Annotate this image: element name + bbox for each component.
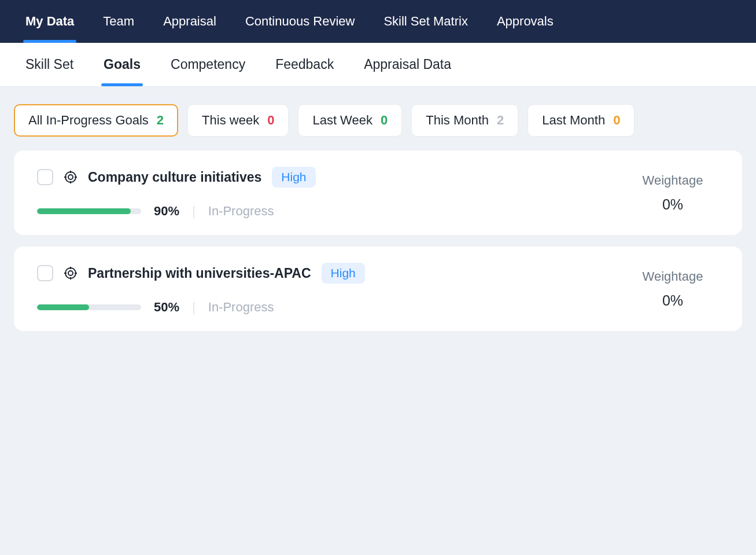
goal-title: Company culture initiatives [88, 170, 261, 185]
svg-point-7 [68, 271, 73, 275]
filter-this-month[interactable]: This Month 2 [411, 104, 518, 137]
filter-all-in-progress[interactable]: All In-Progress Goals 2 [14, 104, 178, 137]
goal-status: In-Progress [208, 300, 274, 315]
weightage-label: Weightage [643, 269, 703, 284]
filter-label: Last Month [542, 113, 605, 128]
goal-card[interactable]: Partnership with universities-APAC High … [14, 247, 742, 331]
filter-last-week[interactable]: Last Week 0 [298, 104, 402, 137]
weightage-value: 0% [662, 196, 683, 213]
divider: | [192, 204, 196, 219]
goal-card-left: Partnership with universities-APAC High … [37, 263, 626, 315]
goal-header: Partnership with universities-APAC High [37, 263, 626, 284]
filter-count: 0 [381, 113, 388, 128]
target-icon [64, 266, 78, 280]
progress-percent: 50% [154, 300, 179, 315]
filter-last-month[interactable]: Last Month 0 [528, 104, 635, 137]
progress-fill [37, 304, 89, 310]
svg-point-1 [68, 175, 73, 179]
filter-row: All In-Progress Goals 2 This week 0 Last… [0, 87, 756, 150]
goal-status: In-Progress [208, 204, 274, 219]
top-nav-approvals[interactable]: Approvals [497, 0, 554, 43]
divider: | [192, 300, 196, 315]
goal-card-right: Weightage 0% [626, 173, 719, 213]
goal-card-left: Company culture initiatives High 90% | I… [37, 167, 626, 219]
target-icon [64, 170, 78, 184]
filter-label: Last Week [312, 113, 373, 128]
top-nav-skill-set-matrix[interactable]: Skill Set Matrix [383, 0, 467, 43]
top-nav-team[interactable]: Team [103, 0, 134, 43]
goal-progress-row: 90% | In-Progress [37, 204, 626, 219]
filter-label: This Month [426, 113, 489, 128]
priority-badge: High [322, 263, 365, 284]
goal-title: Partnership with universities-APAC [88, 266, 311, 281]
weightage-value: 0% [662, 292, 683, 309]
filter-label: All In-Progress Goals [28, 113, 149, 128]
progress-bar [37, 304, 141, 310]
goal-checkbox[interactable] [37, 265, 53, 281]
goal-header: Company culture initiatives High [37, 167, 626, 188]
filter-label: This week [202, 113, 259, 128]
top-nav-continuous-review[interactable]: Continuous Review [245, 0, 355, 43]
filter-count: 2 [157, 113, 164, 128]
sub-nav-goals[interactable]: Goals [104, 43, 141, 86]
svg-point-6 [65, 268, 76, 278]
progress-percent: 90% [154, 204, 179, 219]
goal-progress-row: 50% | In-Progress [37, 300, 626, 315]
filter-count: 0 [613, 113, 620, 128]
weightage-label: Weightage [643, 173, 703, 188]
goal-card-right: Weightage 0% [626, 269, 719, 309]
top-nav-my-data[interactable]: My Data [25, 0, 74, 43]
sub-nav-appraisal-data[interactable]: Appraisal Data [364, 43, 451, 86]
goal-checkbox[interactable] [37, 169, 53, 185]
filter-this-week[interactable]: This week 0 [187, 104, 289, 137]
sub-nav: Skill Set Goals Competency Feedback Appr… [0, 43, 756, 87]
sub-nav-feedback[interactable]: Feedback [275, 43, 334, 86]
sub-nav-competency[interactable]: Competency [171, 43, 245, 86]
filter-count: 0 [267, 113, 274, 128]
progress-bar [37, 208, 141, 214]
progress-fill [37, 208, 131, 214]
top-nav: My Data Team Appraisal Continuous Review… [0, 0, 756, 43]
priority-badge: High [272, 167, 315, 188]
goal-card[interactable]: Company culture initiatives High 90% | I… [14, 150, 742, 235]
svg-point-0 [65, 172, 76, 182]
goals-list: Company culture initiatives High 90% | I… [0, 150, 756, 331]
filter-count: 2 [497, 113, 504, 128]
top-nav-appraisal[interactable]: Appraisal [163, 0, 216, 43]
sub-nav-skill-set[interactable]: Skill Set [25, 43, 73, 86]
